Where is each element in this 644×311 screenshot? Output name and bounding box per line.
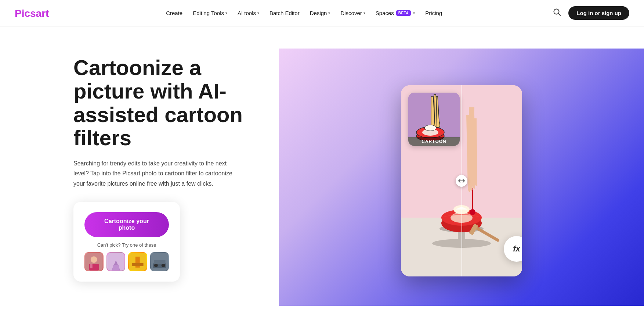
svg-point-13 bbox=[154, 264, 158, 267]
svg-rect-15 bbox=[153, 260, 165, 264]
search-button[interactable] bbox=[553, 8, 561, 18]
beta-badge: BETA bbox=[396, 10, 411, 16]
cta-card: Cartoonize your photo Can't pick? Try on… bbox=[73, 202, 180, 282]
nav-create[interactable]: Create bbox=[166, 10, 182, 16]
svg-point-26 bbox=[470, 209, 475, 215]
sample-image-4[interactable] bbox=[150, 252, 169, 271]
arrows-icon bbox=[458, 179, 465, 183]
divider-handle[interactable] bbox=[456, 175, 467, 187]
svg-point-14 bbox=[161, 264, 165, 267]
design-chevron: ▾ bbox=[328, 11, 330, 15]
before-after-container: CARTOON fx bbox=[401, 85, 522, 276]
nav-spaces[interactable]: Spaces BETA ▾ bbox=[376, 10, 415, 16]
left-column: Cartoonize a picture with AI-assisted ca… bbox=[73, 49, 257, 282]
search-icon bbox=[553, 8, 561, 16]
svg-rect-6 bbox=[90, 264, 93, 268]
sample-image-3[interactable] bbox=[128, 252, 147, 271]
ai-tools-chevron: ▾ bbox=[257, 11, 259, 15]
login-button[interactable]: Log in or sign up bbox=[568, 6, 629, 20]
nav-design[interactable]: Design ▾ bbox=[310, 10, 330, 16]
nav-right: Log in or sign up bbox=[553, 6, 629, 20]
cartoonize-button[interactable]: Cartoonize your photo bbox=[84, 212, 169, 237]
nav-editing-tools[interactable]: Editing Tools ▾ bbox=[193, 10, 227, 16]
right-column: CARTOON fx bbox=[279, 49, 644, 306]
nav-discover[interactable]: Discover ▾ bbox=[340, 10, 365, 16]
svg-point-36 bbox=[424, 125, 436, 131]
hero-description: Searching for trendy edits to take your … bbox=[73, 158, 242, 189]
main-content: Cartoonize a picture with AI-assisted ca… bbox=[0, 26, 644, 311]
logo[interactable]: Picsart bbox=[15, 7, 55, 20]
before-card: CARTOON bbox=[408, 93, 460, 146]
svg-point-4 bbox=[91, 256, 97, 263]
svg-text:Picsart: Picsart bbox=[15, 8, 49, 19]
nav-batch-editor[interactable]: Batch Editor bbox=[269, 10, 300, 16]
navbar: Picsart Create Editing Tools ▾ AI tools … bbox=[0, 0, 644, 26]
phone-mockup: CARTOON fx bbox=[401, 85, 522, 276]
svg-line-2 bbox=[558, 14, 561, 16]
cant-pick-label: Can't pick? Try one of these bbox=[84, 242, 169, 248]
hero-title: Cartoonize a picture with AI-assisted ca… bbox=[73, 56, 257, 150]
sample-image-2[interactable] bbox=[106, 252, 126, 271]
svg-rect-10 bbox=[132, 263, 144, 266]
cartoon-label: CARTOON bbox=[408, 137, 460, 146]
editing-tools-chevron: ▾ bbox=[225, 11, 227, 15]
spaces-chevron: ▾ bbox=[413, 11, 415, 15]
nav-links: Create Editing Tools ▾ AI tools ▾ Batch … bbox=[166, 10, 442, 16]
nav-pricing[interactable]: Pricing bbox=[425, 10, 442, 16]
nav-ai-tools[interactable]: AI tools ▾ bbox=[238, 10, 259, 16]
sample-image-1[interactable] bbox=[84, 252, 104, 271]
sample-images-row bbox=[84, 252, 169, 271]
discover-chevron: ▾ bbox=[363, 11, 365, 15]
